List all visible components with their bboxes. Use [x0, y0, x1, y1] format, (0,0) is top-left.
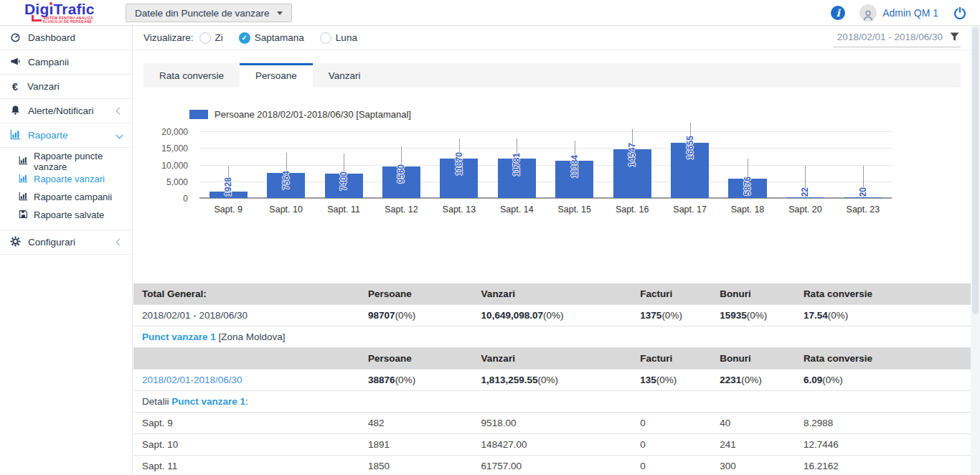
x-axis-label: Sapt. 9 [199, 201, 257, 215]
store-title-row: Punct vanzare 1 [Zona Moldova] [133, 326, 971, 348]
total-general-label: Total General: [133, 283, 359, 305]
bar-group-1[interactable]: 1928 [199, 131, 257, 198]
chart-bars: 1928756474009560118701178111184145471665… [199, 131, 892, 198]
bar-group-5[interactable]: 11870 [430, 131, 488, 198]
bell-icon [10, 105, 21, 118]
details-store-link[interactable]: Punct vanzare 1 [171, 396, 245, 407]
filter-funnel-icon[interactable] [950, 32, 959, 42]
bar-value-label: 11184 [570, 155, 580, 178]
bar-group-3[interactable]: 7400 [315, 131, 372, 198]
radio-checked-icon[interactable]: ✓ [239, 32, 250, 44]
radio-icon[interactable] [320, 32, 331, 44]
col-vanzari: Vanzari [473, 348, 632, 370]
x-axis-label: Sapt. 23 [834, 201, 892, 215]
sidebar-item-alerte[interactable]: Alerte/Notificari [0, 99, 132, 123]
radio-saptamana[interactable]: ✓ Saptamana [239, 32, 304, 44]
view-toolbar: Vizualizare: Zi ✓ Saptamana Luna 2018/02… [133, 26, 971, 50]
x-axis-label: Sapt. 10 [257, 201, 314, 215]
logo: DigıTrafic SISTEM PENTRU ANALIZA FLUXULU… [24, 1, 95, 24]
y-axis-label: 20,000 [161, 127, 188, 137]
store-total-row: 2018/02/01-2018/06/30 38876(0%) 1,813,25… [133, 370, 971, 391]
chart-card: Persoane 2018/02/01-2018/06/30 [Saptaman… [143, 88, 961, 283]
power-icon[interactable] [953, 6, 967, 20]
col-facturi: Facturi [631, 348, 711, 370]
bar-group-9[interactable]: 16655 [661, 131, 718, 198]
sidebar-item-rapoarte[interactable]: Rapoarte [0, 123, 132, 148]
chevron-left-icon [116, 108, 123, 115]
bar-value-label: 16655 [685, 136, 695, 159]
bar-value-label: 1928 [223, 177, 233, 197]
bar[interactable] [786, 197, 824, 198]
chart-plot: 20,00015,00010,0005,0000 192875647400956… [199, 131, 892, 198]
x-axis-label: Sapt. 20 [776, 201, 834, 215]
user-name: Admin QM 1 [882, 7, 938, 19]
bar-value-label: 9560 [396, 164, 406, 184]
megaphone-icon [10, 56, 21, 69]
chevron-left-icon [116, 239, 123, 246]
date-range-value: 2018/02/01 - 2018/06/30 [837, 32, 943, 42]
x-axis-label: Sapt. 12 [372, 201, 430, 215]
legend-label: Persoane 2018/02/01-2018/06/30 [Saptaman… [215, 109, 411, 120]
x-axis-label: Sapt. 15 [546, 201, 603, 215]
bar-group-12[interactable]: 20 [834, 131, 892, 198]
tab-vanzari[interactable]: Vanzari [313, 63, 377, 88]
radio-icon[interactable] [199, 32, 211, 44]
avatar-icon [859, 4, 877, 22]
page-scrollbar[interactable] [971, 26, 980, 475]
euro-icon: € [10, 81, 20, 93]
y-axis-label: 15,000 [161, 144, 188, 154]
bar-group-7[interactable]: 11184 [546, 131, 603, 198]
bar-group-2[interactable]: 7564 [257, 131, 314, 198]
sidebar-item-campanii[interactable]: Campanii [0, 50, 132, 75]
sidebar-item-vanzari[interactable]: € Vanzari [0, 75, 132, 99]
info-icon[interactable]: i [831, 6, 845, 20]
sidebar-item-rapoarte-vanzari[interactable]: Rapoarte vanzari [0, 170, 132, 188]
chart-yaxis: 20,00015,00010,0005,0000 [143, 131, 192, 198]
x-axis-label: Sapt. 16 [603, 201, 661, 215]
table-row: Sapt. 11 1850 61757.00 0 300 16.2162 [133, 456, 971, 475]
chart-legend: Persoane 2018/02/01-2018/06/30 [Saptaman… [189, 109, 961, 120]
radio-zi[interactable]: Zi [199, 32, 223, 44]
bar-group-6[interactable]: 11781 [488, 131, 545, 198]
logo-l-shape-icon [32, 15, 42, 22]
chart-categories: Sapt. 9Sapt. 10Sapt. 11Sapt. 12Sapt. 13S… [199, 201, 892, 215]
bar-group-10[interactable]: 5876 [719, 131, 776, 198]
col-persoane: Persoane [359, 348, 473, 370]
bar-value-label: 14547 [627, 143, 637, 166]
date-range-filter[interactable]: 2018/02/01 - 2018/06/30 [833, 29, 961, 47]
sidebar-item-configurari[interactable]: Configurari [0, 230, 132, 255]
top-header: DigıTrafic SISTEM PENTRU ANALIZA FLUXULU… [0, 0, 980, 26]
x-axis-label: Sapt. 18 [719, 201, 776, 215]
sidebar-item-rapoarte-campanii[interactable]: Rapoarte campanii [0, 188, 132, 206]
bar-group-8[interactable]: 14547 [603, 131, 661, 198]
user-menu[interactable]: Admin QM 1 [859, 4, 938, 22]
tab-rata-conversie[interactable]: Rata conversie [143, 63, 240, 88]
main-content: Vizualizare: Zi ✓ Saptamana Luna 2018/02… [133, 26, 971, 475]
y-axis-label: 5,000 [166, 177, 188, 187]
logo-tagline: SISTEM PENTRU ANALIZA FLUXULUI DE PERSOA… [43, 17, 93, 24]
col-facturi: Facturi [631, 283, 711, 305]
data-source-dropdown[interactable]: Datele din Punctele de vanzare [126, 4, 292, 22]
bar-group-11[interactable]: 22 [776, 131, 834, 198]
tab-persoane[interactable]: Persoane [240, 63, 313, 88]
sidebar-item-dashboard[interactable]: Dashboard [0, 26, 132, 50]
report-tabs: Rata conversie Persoane Vanzari [143, 63, 961, 88]
col-bonuri: Bonuri [711, 348, 795, 370]
table-row: Sapt. 10 1891 148427.00 0 241 12.7446 [133, 434, 971, 456]
bar[interactable] [844, 197, 882, 198]
bar-value-label: 11781 [512, 153, 522, 177]
col-rata-conversie: Rata conversie [795, 283, 971, 305]
radio-luna[interactable]: Luna [320, 32, 357, 44]
data-source-dropdown-label: Datele din Punctele de vanzare [135, 8, 270, 19]
x-axis-label: Sapt. 13 [430, 201, 488, 215]
y-axis-label: 0 [183, 194, 188, 204]
summary-table: Total General: Persoane Vanzari Facturi … [133, 283, 971, 475]
sidebar-item-rapoarte-salvate[interactable]: Rapoarte salvate [0, 206, 132, 224]
sidebar-item-rapoarte-puncte-vanzare[interactable]: Rapoarte puncte vanzare [0, 152, 132, 170]
scrollbar-thumb[interactable] [972, 27, 979, 314]
total-header-row: Total General: Persoane Vanzari Facturi … [133, 283, 971, 305]
bar-group-4[interactable]: 9560 [372, 131, 430, 198]
store-period-link[interactable]: 2018/02/01-2018/06/30 [142, 375, 242, 385]
y-axis-label: 10,000 [161, 161, 188, 171]
store-link[interactable]: Punct vanzare 1 [142, 331, 216, 342]
